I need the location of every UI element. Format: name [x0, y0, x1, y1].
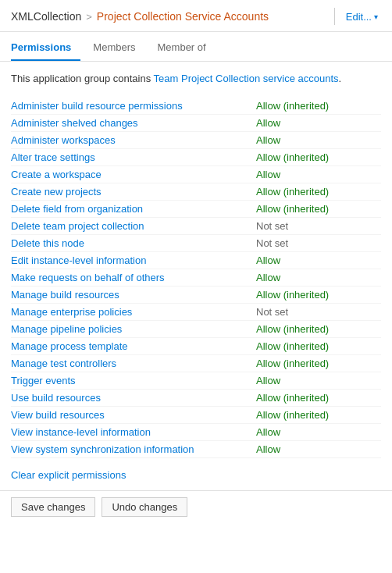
- permission-value: Not set: [256, 306, 381, 318]
- top-bar: XMLCollection > Project Collection Servi…: [0, 0, 392, 32]
- permission-value: Allow: [256, 443, 381, 455]
- table-row: Alter trace settingsAllow (inherited): [11, 149, 381, 166]
- permission-name[interactable]: Trigger events: [11, 375, 256, 386]
- permission-value: Allow (inherited): [256, 409, 381, 421]
- breadcrumb-separator: >: [86, 11, 92, 23]
- permission-name[interactable]: Administer build resource permissions: [11, 100, 256, 112]
- permission-value: Allow: [256, 117, 381, 129]
- table-row: Make requests on behalf of othersAllow: [11, 269, 381, 286]
- table-row: Use build resourcesAllow (inherited): [11, 390, 381, 407]
- save-changes-button[interactable]: Save changes: [11, 497, 95, 517]
- permission-value: Allow (inherited): [256, 100, 381, 112]
- permission-value: Allow (inherited): [256, 151, 381, 163]
- permission-value: Allow (inherited): [256, 186, 381, 198]
- permission-name[interactable]: Delete team project collection: [11, 220, 256, 232]
- tab-member-of[interactable]: Member of: [158, 35, 216, 61]
- tab-bar: Permissions Members Member of: [0, 35, 392, 62]
- chevron-down-icon: ▾: [374, 12, 378, 21]
- table-row: View build resourcesAllow (inherited): [11, 407, 381, 424]
- tab-permissions[interactable]: Permissions: [11, 35, 80, 61]
- table-row: Delete this nodeNot set: [11, 235, 381, 252]
- undo-changes-button[interactable]: Undo changes: [102, 497, 187, 517]
- permission-name[interactable]: Manage pipeline policies: [11, 323, 256, 335]
- permission-name[interactable]: Create new projects: [11, 186, 256, 198]
- permission-value: Allow: [256, 169, 381, 180]
- permission-name[interactable]: Delete field from organization: [11, 203, 256, 215]
- permission-name[interactable]: Make requests on behalf of others: [11, 272, 256, 283]
- permission-name[interactable]: Manage test controllers: [11, 358, 256, 369]
- tab-members[interactable]: Members: [93, 35, 144, 61]
- permission-name[interactable]: Use build resources: [11, 392, 256, 404]
- permission-value: Allow (inherited): [256, 392, 381, 404]
- permission-name[interactable]: Create a workspace: [11, 169, 256, 180]
- permission-name[interactable]: Edit instance-level information: [11, 254, 256, 266]
- table-row: Edit instance-level informationAllow: [11, 252, 381, 269]
- table-row: Create new projectsAllow (inherited): [11, 183, 381, 201]
- table-row: Manage build resourcesAllow (inherited): [11, 286, 381, 304]
- permission-value: Allow (inherited): [256, 323, 381, 335]
- permission-value: Allow: [256, 375, 381, 386]
- table-row: Manage test controllersAllow (inherited): [11, 355, 381, 372]
- bottom-bar: Save changes Undo changes: [0, 490, 392, 523]
- permissions-table: Administer build resource permissionsAll…: [11, 98, 381, 458]
- permission-value: Allow (inherited): [256, 289, 381, 301]
- table-row: Delete field from organizationAllow (inh…: [11, 201, 381, 218]
- permission-name[interactable]: View system synchronization information: [11, 443, 256, 455]
- breadcrumb-part1: XMLCollection: [11, 10, 81, 23]
- permission-name[interactable]: View instance-level information: [11, 426, 256, 438]
- edit-button[interactable]: Edit... ▾: [343, 9, 381, 24]
- permission-name[interactable]: Alter trace settings: [11, 151, 256, 163]
- permission-value: Not set: [256, 220, 381, 232]
- vertical-divider: [334, 8, 335, 25]
- table-row: Manage enterprise policiesNot set: [11, 304, 381, 321]
- table-row: Create a workspaceAllow: [11, 166, 381, 183]
- breadcrumb: XMLCollection > Project Collection Servi…: [11, 10, 326, 23]
- permission-value: Allow: [256, 272, 381, 283]
- table-row: Delete team project collectionNot set: [11, 218, 381, 235]
- table-row: View instance-level informationAllow: [11, 424, 381, 441]
- table-row: Administer workspacesAllow: [11, 132, 381, 149]
- permission-name[interactable]: Manage enterprise policies: [11, 306, 256, 318]
- permission-value: Allow: [256, 254, 381, 266]
- table-row: Manage pipeline policiesAllow (inherited…: [11, 321, 381, 338]
- table-row: Administer shelved changesAllow: [11, 115, 381, 132]
- permission-value: Allow (inherited): [256, 358, 381, 369]
- permission-name[interactable]: View build resources: [11, 409, 256, 421]
- permission-value: Allow: [256, 426, 381, 438]
- table-row: Manage process templateAllow (inherited): [11, 338, 381, 355]
- description-text: This application group contains Team Pro…: [11, 71, 381, 87]
- main-content: This application group contains Team Pro…: [0, 62, 392, 490]
- permission-name[interactable]: Delete this node: [11, 237, 256, 249]
- permission-value: Allow (inherited): [256, 340, 381, 352]
- permission-value: Allow: [256, 134, 381, 146]
- permission-name[interactable]: Manage process template: [11, 340, 256, 352]
- permission-name[interactable]: Manage build resources: [11, 289, 256, 301]
- breadcrumb-part2: Project Collection Service Accounts: [97, 10, 269, 23]
- permission-value: Not set: [256, 237, 381, 249]
- clear-explicit-permissions-link[interactable]: Clear explicit permissions: [11, 469, 126, 481]
- permission-name[interactable]: Administer shelved changes: [11, 117, 256, 129]
- table-row: Trigger eventsAllow: [11, 372, 381, 390]
- table-row: Administer build resource permissionsAll…: [11, 98, 381, 115]
- table-row: View system synchronization informationA…: [11, 441, 381, 458]
- permission-value: Allow (inherited): [256, 203, 381, 215]
- permission-name[interactable]: Administer workspaces: [11, 134, 256, 146]
